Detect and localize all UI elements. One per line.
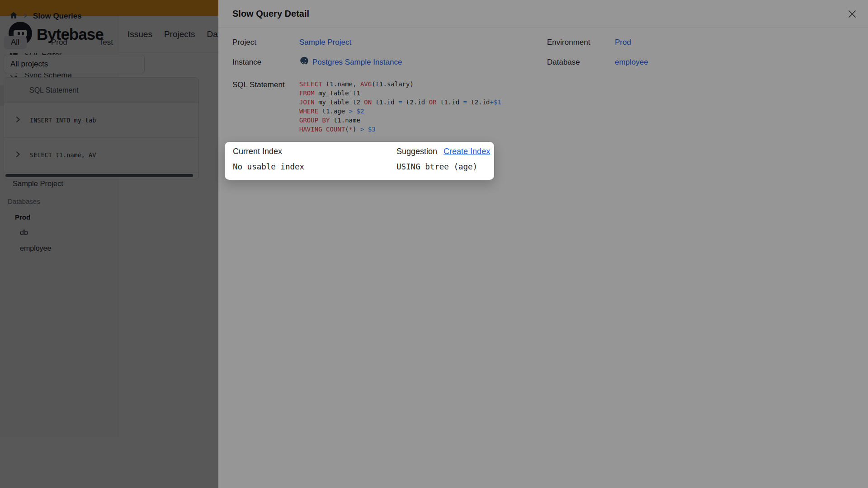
popup-value-row: No usable index USING btree (age) bbox=[233, 161, 488, 173]
index-suggestion-popup: Current Index Suggestion Create Index No… bbox=[225, 142, 494, 180]
create-index-link[interactable]: Create Index bbox=[443, 147, 490, 156]
popup-header-row: Current Index Suggestion Create Index bbox=[233, 145, 488, 157]
suggestion-header: Suggestion Create Index bbox=[396, 147, 490, 156]
suggestion-label: Suggestion bbox=[396, 147, 437, 156]
suggestion-value: USING btree (age) bbox=[396, 162, 477, 171]
current-index-label: Current Index bbox=[233, 147, 282, 156]
current-index-value: No usable index bbox=[233, 162, 304, 171]
popup-overlay[interactable] bbox=[0, 0, 868, 488]
